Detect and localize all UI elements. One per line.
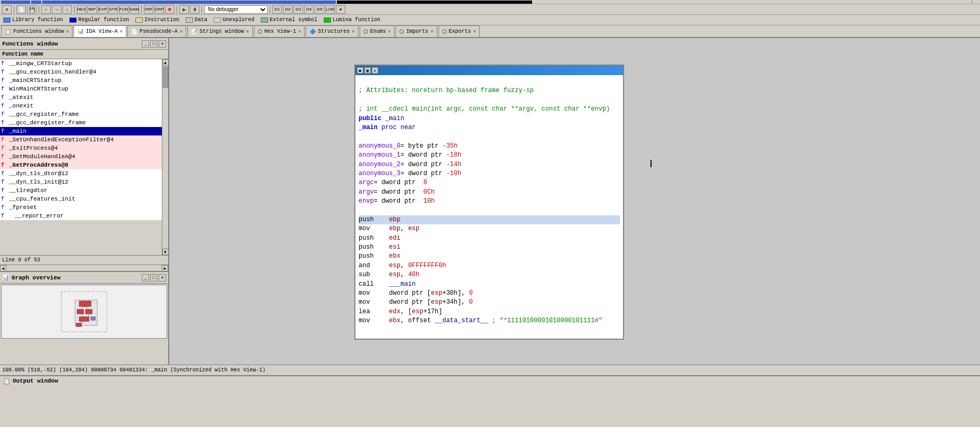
func-item-14[interactable]: f __dyn_tls_init@12 [0,178,162,186]
tb-btn-stop[interactable]: ✖ [165,5,175,14]
tab-close-hex[interactable]: ✕ [298,29,301,34]
var1-eq: = dword ptr [400,151,446,159]
progress-seg-2 [31,1,41,4]
functions-hscroll[interactable]: ◄ ► [0,265,168,271]
var2-eq: = dword ptr [400,161,446,168]
code-line-blank3 [359,132,620,141]
scroll-down-arrow[interactable]: ▼ [162,249,169,255]
graph-btn-minimize[interactable]: _ [142,274,149,281]
func-item-8[interactable]: f _main [0,127,162,135]
tab-structures[interactable]: 🔷 Structures ✕ [306,25,358,37]
tb-btn-d5[interactable]: D5 [315,5,324,14]
argv-val: 0Ch [423,188,435,196]
tb-btn-lumina[interactable]: LUM [325,5,335,14]
tb-btn-menu[interactable]: ≡ [2,5,12,14]
func-item-18[interactable]: f __report_error [0,212,162,220]
debugger-select[interactable]: No debugger GDB WinDbg x64dbg [204,5,268,14]
tab-functions[interactable]: 📋 Functions window ✕ [1,25,72,37]
ida-code-content[interactable]: ; Attributes: noreturn bp-based frame fu… [355,75,623,339]
func-item-1[interactable]: f __gnu_exception_handler@4 [0,68,162,76]
tab-close-exports[interactable]: ✕ [473,29,476,34]
cursor-blink [651,160,652,167]
func-icon-15: f [1,188,7,194]
graph-icon: 📊 [2,274,10,281]
graph-btn-close[interactable]: ✕ [159,274,166,281]
tb-btn-fwd[interactable]: → [52,5,61,14]
func-item-0[interactable]: f __mingw_CRTStartup [0,59,162,68]
tb-btn-extra[interactable]: ★ [336,5,345,14]
tab-exports[interactable]: ⬡ Exports ✕ [438,25,480,37]
reg-ebx: ebx [389,252,401,260]
tb-btn-pause[interactable]: ⏸ [190,5,199,14]
tab-label-functions: Functions window [13,29,64,34]
hscroll-track[interactable] [6,265,162,271]
ida-tb-btn2[interactable]: ▣ [364,67,371,74]
svg-rect-4 [86,310,92,314]
func-name-0: __mingw_CRTStartup [9,60,72,67]
ida-tb-btn3[interactable]: ✕ [372,67,378,74]
func-icon-5: f [1,103,7,109]
func-item-4[interactable]: f _atexit [0,93,162,102]
tb-btn-graph[interactable]: GRP [154,5,164,14]
tb-btn-str[interactable]: STR [108,5,118,14]
scroll-up-arrow[interactable]: ▲ [162,59,169,66]
code-line-and: and esp, 0FFFFFFF0h [359,261,620,270]
functions-btn-close[interactable]: ✕ [159,40,166,48]
tab-ida-view[interactable]: 📊 IDA View-A ✕ [74,25,126,37]
tb-btn-xref[interactable]: XRF [144,5,153,14]
tab-close-ida[interactable]: ✕ [120,29,122,34]
tab-close-enums[interactable]: ✕ [388,29,391,34]
functions-vscroll[interactable]: ▲ ▼ [162,59,168,255]
tab-pseudocode[interactable]: 📄 Pseudocode-A ✕ [127,25,186,37]
tb-btn-names[interactable]: NAM [130,5,139,14]
sym-main: _main [385,115,404,122]
tb-btn-back[interactable]: ← [41,5,51,14]
tab-hex[interactable]: ⬡ Hex View-1 ✕ [254,25,305,37]
tab-close-imports[interactable]: ✕ [431,29,433,34]
func-item-9[interactable]: f _SetUnhandledExceptionFilter@4 [0,135,162,144]
scroll-thumb[interactable] [163,67,168,88]
graph-btn-float[interactable]: □ [150,274,158,281]
func-item-10[interactable]: f _ExitProcess@4 [0,144,162,152]
tb-btn-exp[interactable]: EXP [98,5,107,14]
legend-data: Data [186,17,207,23]
tb-btn-d2[interactable]: D2 [283,5,292,14]
func-item-16[interactable]: f __cpu_features_init [0,195,162,203]
tab-close-pseudo[interactable]: ✕ [180,29,182,34]
func-item-7[interactable]: f __gcc_deregister_frame [0,119,162,127]
tb-btn-down[interactable]: ↓ [62,5,72,14]
tb-btn-d1[interactable]: D1 [272,5,282,14]
func-item-3[interactable]: f WinMainCRTStartup [0,85,162,93]
sep7 [270,5,270,14]
tab-imports[interactable]: ⬡ Imports ✕ [396,25,437,37]
func-item-2[interactable]: f _mainCRTStartup [0,76,162,85]
tb-btn-new[interactable]: 📄 [16,5,26,14]
func-item-13[interactable]: f __dyn_tls_dtor@12 [0,169,162,178]
functions-btn-float[interactable]: □ [150,40,158,48]
tb-btn-d4[interactable]: D4 [304,5,314,14]
reg-esp3: esp [389,271,401,278]
func-item-5[interactable]: f _onexit [0,102,162,110]
func-item-17[interactable]: f _fpreset [0,203,162,212]
tb-btn-fun[interactable]: FUN [119,5,129,14]
ida-tb-btn1[interactable]: ■ [357,67,363,74]
progress-seg-end [974,1,979,4]
functions-btn-minimize[interactable]: _ [142,40,149,48]
graph-overview: 📊 Graph overview _ □ ✕ [0,271,168,340]
func-item-15[interactable]: f __tlregdtor [0,186,162,195]
tab-close-functions[interactable]: ✕ [66,29,69,34]
func-item-6[interactable]: f __gcc_register_frame [0,110,162,119]
tb-btn-run[interactable]: ▶ [179,5,189,14]
tb-btn-imp[interactable]: IMP [87,5,97,14]
tab-enums[interactable]: ⬡ Enums ✕ [360,25,395,37]
tab-close-struct[interactable]: ✕ [352,29,354,34]
tb-btn-d3[interactable]: D3 [294,5,303,14]
func-item-12[interactable]: f _GetProcAddress@8 [0,161,162,169]
tab-close-strings[interactable]: ✕ [246,29,249,34]
func-item-11[interactable]: f _GetModuleHandleA@4 [0,152,162,161]
func-name-14: __dyn_tls_init@12 [9,179,68,185]
code-line-push-esi: push esi [359,243,620,252]
tab-strings[interactable]: 📝 Strings window ✕ [187,25,252,37]
tb-btn-save[interactable]: 💾 [27,5,36,14]
tb-btn-hex[interactable]: HEX [77,5,86,14]
